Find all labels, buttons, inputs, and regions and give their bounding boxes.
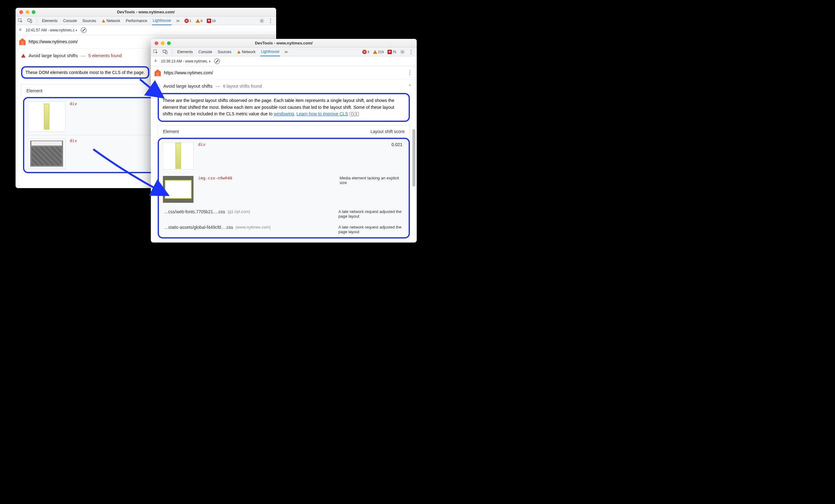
element-thumbnail <box>28 138 65 169</box>
col-score: Layout shift score <box>370 129 405 134</box>
svg-rect-2 <box>30 20 32 23</box>
tab-console[interactable]: Console <box>198 48 213 56</box>
element-name: div <box>70 101 77 106</box>
root-cause: A late network request adjusted the page… <box>338 209 404 218</box>
audit-title: Avoid large layout shifts <box>163 83 212 89</box>
tab-network[interactable]: Network <box>236 48 256 56</box>
devtools-window-new: DevTools - www.nytimes.com/ Elements Con… <box>151 39 417 243</box>
element-thumbnail <box>28 101 65 132</box>
report-dropdown[interactable]: 10:41:57 AM - www.nytimes.c <box>26 28 77 32</box>
fail-triangle-icon <box>21 54 25 58</box>
lh-subbar: + 10:41:57 AM - www.nytimes.c <box>16 25 276 35</box>
warning-count[interactable]: 6 <box>196 19 202 23</box>
col-element: Element <box>163 129 179 134</box>
learn-cls-link[interactable]: Learn how to improve CLS <box>297 111 348 116</box>
device-icon[interactable] <box>163 49 168 55</box>
clear-icon[interactable] <box>81 27 86 33</box>
audit-description-old: These DOM elements contribute most to th… <box>21 66 149 79</box>
audit-count: 6 layout shifts found <box>223 84 262 89</box>
svg-rect-6 <box>165 51 167 54</box>
window-title: DevTools - www.nytimes.com/ <box>16 9 276 14</box>
tab-lighthouse[interactable]: Lighthouse <box>152 17 172 25</box>
audit-header[interactable]: Avoid large layout shifts — 6 layout shi… <box>156 83 412 89</box>
more-icon[interactable]: ⋯ <box>408 49 415 55</box>
gear-icon[interactable] <box>259 18 264 23</box>
zoom-icon[interactable] <box>32 10 36 14</box>
chevron-up-icon[interactable]: ⌃ <box>408 84 412 89</box>
issues-count[interactable]: ⚑75 <box>387 50 396 54</box>
tab-elements[interactable]: Elements <box>41 17 58 25</box>
tab-elements[interactable]: Elements <box>177 48 194 56</box>
more-tabs-icon[interactable]: ≫ <box>176 19 180 23</box>
report-menu-icon[interactable]: ⋯ <box>407 70 414 76</box>
issues-count[interactable]: ⚑19 <box>207 19 216 23</box>
inspect-icon[interactable] <box>18 18 23 23</box>
window-title: DevTools - www.nytimes.com/ <box>151 41 417 45</box>
new-report-button[interactable]: + <box>154 58 157 64</box>
gear-icon[interactable] <box>400 49 405 55</box>
report-url: https://www.nytimes.com/ <box>28 39 78 44</box>
device-icon[interactable] <box>27 18 32 23</box>
tab-performance[interactable]: Performance <box>125 17 148 25</box>
new-report-button[interactable]: + <box>19 27 22 33</box>
element-name: div <box>70 138 77 143</box>
traffic-lights <box>16 10 36 14</box>
lh-subbar: + 10:39:13 AM - www.nytimes. <box>151 56 417 66</box>
tab-network[interactable]: Network <box>101 17 121 25</box>
resource-name: …css/web-fonts.7705b21….css <box>164 209 225 214</box>
resource-row[interactable]: …static-assets/global-f449cfd….css (www.… <box>159 222 409 237</box>
element-thumbnail <box>163 176 194 203</box>
tab-sources[interactable]: Sources <box>217 48 232 56</box>
close-icon[interactable] <box>19 10 23 14</box>
col-element: Element <box>26 88 42 93</box>
root-cause: Media element lacking an explicit size <box>340 176 405 185</box>
titlebar[interactable]: DevTools - www.nytimes.com/ <box>16 8 276 17</box>
svg-point-7 <box>402 51 403 52</box>
resource-name: …static-assets/global-f449cfd….css <box>164 225 233 230</box>
windowing-link[interactable]: windowing <box>274 111 294 116</box>
more-icon[interactable]: ⋯ <box>267 18 274 24</box>
scrollbar[interactable] <box>412 129 415 187</box>
report-url: https://www.nytimes.com/ <box>164 70 213 75</box>
root-cause: A late network request adjusted the page… <box>338 225 404 234</box>
close-icon[interactable] <box>155 41 158 45</box>
titlebar[interactable]: DevTools - www.nytimes.com/ <box>151 39 417 47</box>
cls-badge: CLS <box>349 112 359 116</box>
error-count[interactable]: ✕1 <box>184 19 191 23</box>
resource-row[interactable]: …css/web-fonts.7705b21….css (g1.nyt.com)… <box>159 206 409 222</box>
resource-host: (g1.nyt.com) <box>228 209 250 214</box>
layout-shift-score: 0.021 <box>391 142 405 147</box>
resource-host: (www.nytimes.com) <box>236 225 271 229</box>
element-name: img.css-o9w048 <box>198 176 232 180</box>
minimize-icon[interactable] <box>161 41 164 45</box>
traffic-lights <box>151 41 171 45</box>
audit-title: Avoid large layout shifts <box>28 53 78 58</box>
tab-lighthouse[interactable]: Lighthouse <box>260 47 280 56</box>
report-url-row: https://www.nytimes.com/ ⋯ <box>151 66 417 80</box>
zoom-icon[interactable] <box>167 41 171 45</box>
table-row[interactable]: div 0.021 <box>159 139 409 172</box>
report-dropdown[interactable]: 10:39:13 AM - www.nytimes. <box>161 59 210 63</box>
tab-console[interactable]: Console <box>62 17 78 25</box>
devtools-tabs: Elements Console Sources Network Lightho… <box>151 47 417 56</box>
info-circle-icon <box>156 84 160 88</box>
clear-icon[interactable] <box>214 59 220 64</box>
lighthouse-icon <box>155 69 161 76</box>
warning-count[interactable]: 219 <box>373 50 384 54</box>
more-tabs-icon[interactable]: ≫ <box>284 50 288 54</box>
element-thumbnail <box>163 142 194 169</box>
audit-description-new: These are the largest layout shifts obse… <box>158 93 410 122</box>
table-row[interactable]: img.css-o9w048 Media element lacking an … <box>159 172 409 206</box>
svg-point-3 <box>261 20 263 21</box>
element-name: div <box>198 142 205 147</box>
audit-count: 5 elements found <box>88 53 122 58</box>
lighthouse-icon <box>19 38 25 45</box>
minimize-icon[interactable] <box>25 10 29 14</box>
inspect-icon[interactable] <box>153 49 158 55</box>
tab-sources[interactable]: Sources <box>82 17 97 25</box>
elements-table-new: div 0.021 img.css-o9w048 Media element l… <box>158 138 410 238</box>
devtools-tabs: Elements Console Sources Network Perform… <box>16 17 276 25</box>
error-count[interactable]: ✕3 <box>362 50 369 54</box>
